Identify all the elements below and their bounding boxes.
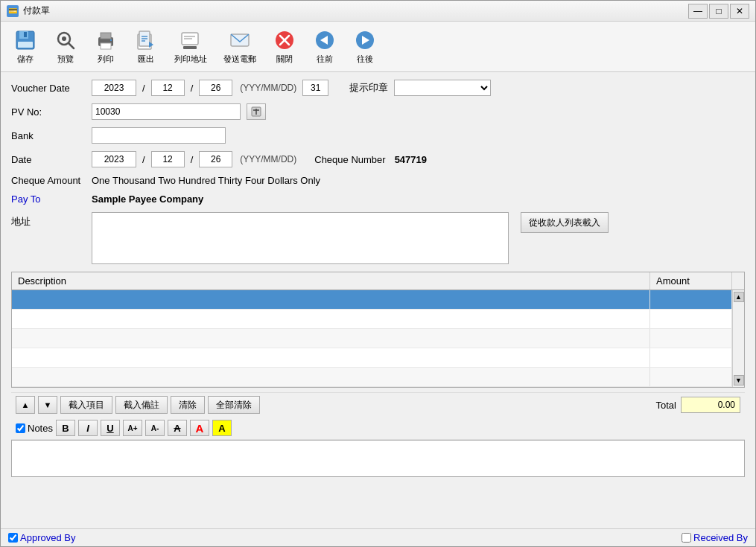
date2-day-input[interactable] xyxy=(199,151,232,167)
export-button[interactable]: 匯出 xyxy=(127,25,165,68)
close-button[interactable]: ✕ xyxy=(730,4,749,19)
grid-container: Description Amount xyxy=(11,272,745,388)
scroll-up-btn[interactable]: ▲ xyxy=(734,292,744,302)
save-label: 儲存 xyxy=(17,54,34,65)
footer-bar: Approved By Received By xyxy=(1,528,755,546)
maximize-button[interactable]: □ xyxy=(709,4,728,19)
font-smaller-button[interactable]: A- xyxy=(145,420,165,436)
received-by-checkbox[interactable] xyxy=(682,533,691,543)
date-sep-2: / xyxy=(191,83,194,94)
stamp-label: 提示印章 xyxy=(349,81,388,95)
title-bar: 💳 付款單 — □ ✕ xyxy=(1,1,755,22)
voucher-date-row: Voucher Date / / (YYY/MM/DD) 提示印章 xyxy=(11,80,745,96)
bold-button[interactable]: B xyxy=(56,420,75,436)
table-row[interactable] xyxy=(12,310,732,329)
grid-cell-desc xyxy=(12,290,650,309)
insert-item-button[interactable]: 截入項目 xyxy=(60,396,112,414)
title-bar-controls: — □ ✕ xyxy=(688,4,749,19)
grid-cell-desc xyxy=(12,329,650,348)
clear-button[interactable]: 清除 xyxy=(171,396,205,414)
date2-sep-2: / xyxy=(191,154,194,165)
cheque-amount-row: Cheque Amount One Thousand Two Hundred T… xyxy=(11,175,745,186)
print-button[interactable]: 列印 xyxy=(87,25,124,68)
voucher-year-input[interactable] xyxy=(92,80,136,96)
table-row[interactable] xyxy=(12,329,732,348)
color-red-button[interactable]: A xyxy=(190,420,209,436)
grid-cell-amount xyxy=(650,329,732,348)
voucher-spinner[interactable] xyxy=(302,80,328,96)
grid-scrollbar[interactable]: ▲ ▼ xyxy=(732,290,744,387)
notes-label: Notes xyxy=(28,423,53,434)
cheque-amount-label: Cheque Amount xyxy=(11,175,86,186)
total-area: Total 0.00 xyxy=(656,397,740,413)
export-icon xyxy=(134,28,158,52)
pv-lookup-button[interactable] xyxy=(247,103,266,120)
color-yellow-button[interactable]: A xyxy=(212,420,232,436)
date2-year-input[interactable] xyxy=(92,151,136,167)
notes-checkbox[interactable] xyxy=(16,423,25,433)
total-value: 0.00 xyxy=(681,397,740,413)
email-button[interactable]: 發送電郵 xyxy=(217,25,263,68)
email-label: 發送電郵 xyxy=(223,54,256,65)
date-sep-1: / xyxy=(142,83,145,94)
print-address-button[interactable]: 列印地址 xyxy=(168,25,214,68)
move-down-button[interactable]: ▼ xyxy=(38,396,57,414)
notes-area[interactable] xyxy=(11,440,745,477)
minimize-button[interactable]: — xyxy=(688,4,708,19)
grid-cell-amount xyxy=(650,368,732,386)
window-title: 付款單 xyxy=(23,4,50,17)
svg-rect-20 xyxy=(183,46,197,49)
grid-cell-desc xyxy=(12,310,650,328)
table-row[interactable] xyxy=(12,368,732,387)
stamp-select[interactable] xyxy=(394,80,491,96)
clear-all-button[interactable]: 全部清除 xyxy=(208,396,260,414)
voucher-day-input[interactable] xyxy=(199,80,232,96)
strikethrough-button[interactable]: A xyxy=(168,420,187,436)
toolbar-close-button[interactable]: 關閉 xyxy=(266,25,303,68)
main-window: 💳 付款單 — □ ✕ 儲存 xyxy=(0,0,756,547)
preview-icon xyxy=(54,28,77,52)
svg-rect-2 xyxy=(18,42,33,48)
bank-input[interactable] xyxy=(92,127,226,144)
font-larger-button[interactable]: A+ xyxy=(123,420,142,436)
print-icon xyxy=(94,28,118,52)
move-up-button[interactable]: ▲ xyxy=(16,396,35,414)
bank-label: Bank xyxy=(11,130,86,141)
preview-button[interactable]: 預覽 xyxy=(47,25,84,68)
grid-body xyxy=(12,290,732,387)
voucher-month-input[interactable] xyxy=(151,80,185,96)
grid-cell-amount xyxy=(650,290,732,309)
save-button[interactable]: 儲存 xyxy=(7,25,44,68)
approved-by-label[interactable]: Approved By xyxy=(8,532,75,543)
grid-cell-amount xyxy=(650,348,732,367)
save-icon xyxy=(13,28,37,52)
bank-row: Bank xyxy=(11,127,745,144)
insert-note-button[interactable]: 截入備註 xyxy=(115,396,168,414)
forward-label: 往後 xyxy=(357,54,373,65)
print-address-label: 列印地址 xyxy=(174,54,207,65)
received-by-label[interactable]: Received By xyxy=(682,532,748,543)
scroll-down-btn[interactable]: ▼ xyxy=(734,375,744,386)
print-label: 列印 xyxy=(98,54,114,65)
approved-by-checkbox[interactable] xyxy=(8,533,18,543)
forward-button[interactable]: 往後 xyxy=(346,25,384,68)
notes-checkbox-label[interactable]: Notes xyxy=(16,423,53,434)
table-row[interactable] xyxy=(12,290,732,310)
date-row: Date / / (YYY/MM/DD) Cheque Number 54771… xyxy=(11,151,745,167)
notes-textarea[interactable] xyxy=(12,441,744,476)
grid-col-description: Description xyxy=(12,272,650,290)
voucher-date-format: (YYY/MM/DD) xyxy=(240,83,296,93)
date2-month-input[interactable] xyxy=(151,151,185,167)
table-row[interactable] xyxy=(12,348,732,368)
title-bar-left: 💳 付款單 xyxy=(7,4,50,17)
cheque-amount-text: One Thousand Two Hundred Thirty Four Dol… xyxy=(92,175,320,186)
address-load-button[interactable]: 從收款人列表載入 xyxy=(521,212,609,233)
italic-button[interactable]: I xyxy=(78,420,98,436)
grid-cell-desc xyxy=(12,348,650,367)
back-icon xyxy=(313,28,337,52)
address-input[interactable] xyxy=(92,212,509,264)
svg-line-5 xyxy=(69,43,74,48)
back-button[interactable]: 往前 xyxy=(306,25,343,68)
underline-button[interactable]: U xyxy=(101,420,120,436)
pv-no-input[interactable] xyxy=(92,103,241,120)
